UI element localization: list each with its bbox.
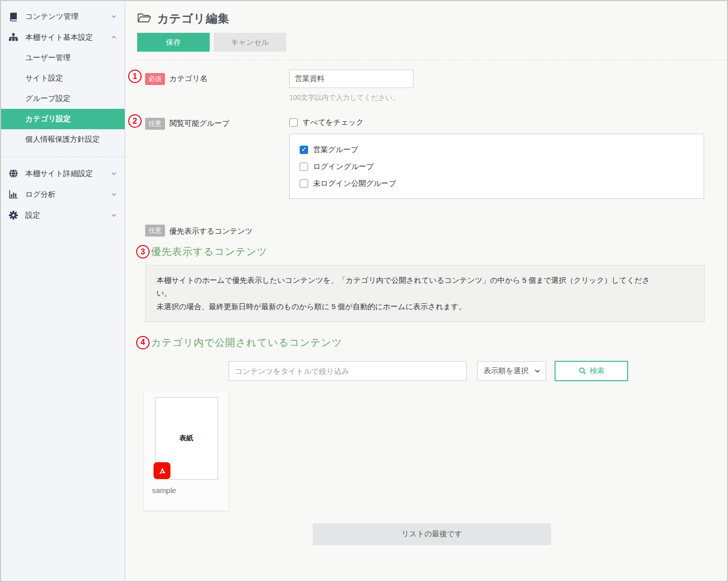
- optional-badge: 任意: [145, 225, 165, 237]
- view-groups-label: 閲覧可能グループ: [169, 118, 230, 128]
- sidebar-item-privacy-policy-settings[interactable]: 個人情報保護方針設定: [1, 129, 125, 150]
- view-groups-row: 2 任意 閲覧可能グループ すべてをチェック 営業グループ ログイングループ: [137, 114, 714, 199]
- group-option-label: 営業グループ: [313, 145, 358, 155]
- globe-icon: [8, 168, 19, 179]
- page-title: カテゴリ編集: [157, 11, 230, 26]
- search-icon: [578, 367, 586, 375]
- sidebar-item-settings[interactable]: 設定: [1, 205, 125, 226]
- group-option-sales[interactable]: 営業グループ: [300, 145, 694, 155]
- book-icon: [8, 11, 19, 22]
- content-filter-input[interactable]: [229, 361, 467, 381]
- annotation-3: 3: [136, 245, 150, 258]
- main-content: カテゴリ編集 保存 キャンセル 1 必須 カテゴリ名 100文字以内で入力してく…: [125, 1, 727, 581]
- category-name-label-cell: 1 必須 カテゴリ名: [137, 70, 289, 102]
- group-option-label: 未ログイン公開グループ: [313, 179, 396, 188]
- sidebar-item-label: ログ分析: [25, 190, 104, 199]
- sitemap-icon: [8, 32, 19, 43]
- annotation-2: 2: [128, 114, 142, 128]
- pdf-icon: [154, 462, 170, 479]
- group-option-label: ログイングループ: [313, 162, 374, 171]
- annotation-1: 1: [128, 70, 142, 83]
- view-groups-label-cell: 2 任意 閲覧可能グループ: [137, 114, 289, 199]
- sidebar-item-bookshelf-basic-settings[interactable]: 本棚サイト基本設定: [1, 27, 125, 48]
- view-groups-field-cell: すべてをチェック 営業グループ ログイングループ 未ログイン公開グループ: [289, 114, 704, 199]
- published-heading: カテゴリ内で公開されているコンテンツ: [151, 336, 342, 349]
- required-badge: 必須: [145, 73, 165, 85]
- priority-badge-label: 優先表示するコンテンツ: [169, 226, 252, 236]
- sidebar-item-user-management[interactable]: ユーザー管理: [1, 48, 125, 68]
- action-buttons: 保存 キャンセル: [137, 33, 714, 52]
- chevron-down-icon: [111, 212, 117, 218]
- sidebar-divider: [1, 157, 125, 157]
- header-divider: [137, 60, 727, 60]
- end-of-list-label: リストの最後です: [402, 529, 462, 539]
- content-thumbnail: 表紙: [155, 397, 218, 480]
- optional-badge: 任意: [145, 118, 165, 130]
- priority-description-box: 本棚サイトのホームで優先表示したいコンテンツを、「カテゴリ内で公開されているコン…: [145, 265, 705, 322]
- sidebar-item-label: コンテンツ管理: [25, 12, 104, 21]
- end-of-list-bar: リストの最後です: [313, 523, 551, 545]
- sidebar-item-group-settings[interactable]: グループ設定: [1, 88, 125, 109]
- category-name-field-cell: 100文字以内で入力してください。: [289, 70, 413, 102]
- content-title: sample: [152, 486, 229, 495]
- bar-chart-icon: [8, 189, 19, 200]
- chevron-down-icon: [534, 368, 541, 374]
- sidebar: コンテンツ管理 本棚サイト基本設定 ユーザー管理 サイト設定 グループ設定 カテ…: [1, 1, 125, 581]
- thumbnail-text: 表紙: [179, 434, 193, 443]
- priority-heading-row: 3 優先表示するコンテンツ: [137, 245, 714, 258]
- check-all-row[interactable]: すべてをチェック: [289, 118, 704, 127]
- sort-select[interactable]: 表示順を選択: [477, 361, 546, 381]
- group-option-login[interactable]: ログイングループ: [300, 162, 694, 171]
- sidebar-item-label: 設定: [25, 211, 104, 220]
- sidebar-item-content-management[interactable]: コンテンツ管理: [1, 6, 125, 27]
- folder-open-icon: [137, 12, 151, 26]
- category-name-label: カテゴリ名: [169, 73, 207, 83]
- priority-heading: 優先表示するコンテンツ: [151, 245, 267, 258]
- check-all-label: すべてをチェック: [303, 118, 364, 127]
- priority-badge-row: 任意 優先表示するコンテンツ: [137, 225, 714, 237]
- priority-description-line: 未選択の場合、最終更新日時が最新のものから順に 5 個が自動的にホームに表示され…: [157, 300, 693, 313]
- page: コンテンツ管理 本棚サイト基本設定 ユーザー管理 サイト設定 グループ設定 カテ…: [0, 0, 728, 582]
- chevron-down-icon: [111, 13, 117, 19]
- save-button[interactable]: 保存: [137, 33, 210, 52]
- category-name-input[interactable]: [289, 70, 413, 88]
- published-heading-row: 4 カテゴリ内で公開されているコンテンツ: [137, 336, 714, 349]
- content-card[interactable]: 表紙 sample: [144, 392, 229, 510]
- cancel-button[interactable]: キャンセル: [214, 33, 286, 52]
- group-checkbox-box: 営業グループ ログイングループ 未ログイン公開グループ: [289, 134, 704, 199]
- search-button-label: 検索: [590, 366, 605, 376]
- category-name-hint: 100文字以内で入力してください。: [289, 93, 413, 102]
- search-button[interactable]: 検索: [555, 361, 628, 381]
- sidebar-item-log-analysis[interactable]: ログ分析: [1, 184, 125, 205]
- sidebar-item-category-settings[interactable]: カテゴリ設定: [1, 109, 125, 129]
- group-checkbox[interactable]: [300, 163, 308, 171]
- content-search-row: 表示順を選択 検索: [229, 361, 714, 381]
- sort-select-label: 表示順を選択: [484, 366, 528, 376]
- chevron-down-icon: [111, 191, 117, 197]
- sidebar-item-label: 本棚サイト基本設定: [25, 33, 104, 42]
- group-checkbox[interactable]: [300, 179, 308, 188]
- priority-description-line: 本棚サイトのホームで優先表示したいコンテンツを、「カテゴリ内で公開されているコン…: [157, 274, 693, 287]
- group-option-public[interactable]: 未ログイン公開グループ: [300, 179, 694, 188]
- chevron-down-icon: [111, 170, 117, 176]
- annotation-4: 4: [136, 336, 150, 349]
- check-all-checkbox[interactable]: [289, 118, 298, 127]
- group-checkbox[interactable]: [300, 146, 308, 154]
- sidebar-item-bookshelf-detail-settings[interactable]: 本棚サイト詳細設定: [1, 163, 125, 184]
- gear-icon: [8, 210, 19, 221]
- category-name-row: 1 必須 カテゴリ名 100文字以内で入力してください。: [137, 70, 714, 102]
- sidebar-item-label: 本棚サイト詳細設定: [25, 169, 104, 178]
- page-header: カテゴリ編集: [137, 11, 714, 26]
- priority-description-line: い。: [157, 287, 693, 300]
- chevron-up-icon: [111, 34, 117, 40]
- sidebar-item-site-settings[interactable]: サイト設定: [1, 68, 125, 88]
